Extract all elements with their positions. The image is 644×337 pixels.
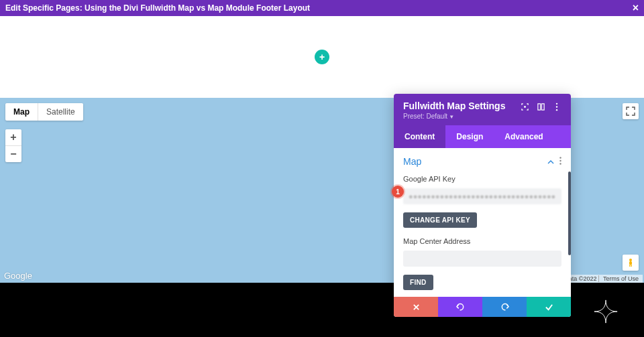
map-center-label: Map Center Address xyxy=(394,234,571,248)
find-button[interactable]: FIND xyxy=(403,275,433,290)
map-center-input[interactable] xyxy=(403,251,561,267)
scrollbar-thumb[interactable] xyxy=(568,172,571,255)
responsive-preview-button[interactable] xyxy=(520,102,529,111)
section-menu-button[interactable] xyxy=(559,157,561,167)
fullscreen-button[interactable] xyxy=(623,103,639,119)
redo-button[interactable] xyxy=(482,297,527,317)
map-type-map-tab[interactable]: Map xyxy=(5,103,38,121)
svg-rect-1 xyxy=(629,261,632,265)
sparkle-icon xyxy=(593,299,619,324)
pegman-icon xyxy=(626,258,635,267)
section-header-map[interactable]: Map xyxy=(394,148,571,172)
callout-badge-1: 1 xyxy=(392,186,404,198)
pegman-button[interactable] xyxy=(623,255,639,271)
panel-header[interactable]: Fullwidth Map Settings Preset: Default▼ xyxy=(394,94,571,125)
panel-tabs: Content Design Advanced xyxy=(394,125,571,148)
zoom-out-button[interactable]: − xyxy=(5,146,21,162)
svg-point-9 xyxy=(556,109,557,110)
tab-advanced[interactable]: Advanced xyxy=(494,125,553,148)
svg-point-7 xyxy=(556,103,557,104)
redo-icon xyxy=(500,303,509,312)
api-key-label: Google API Key xyxy=(394,172,571,186)
svg-point-4 xyxy=(524,106,526,108)
change-api-key-button[interactable]: CHANGE API KEY xyxy=(403,212,477,228)
undo-button[interactable] xyxy=(438,297,482,317)
builder-canvas-top: + xyxy=(0,16,644,98)
svg-rect-2 xyxy=(629,265,630,267)
svg-rect-3 xyxy=(631,265,632,267)
columns-toggle-button[interactable] xyxy=(536,102,545,111)
undo-icon xyxy=(456,303,465,312)
module-settings-panel: Fullwidth Map Settings Preset: Default▼ … xyxy=(394,94,571,317)
panel-footer xyxy=(394,297,571,317)
collapse-section-button[interactable] xyxy=(547,157,554,166)
save-button[interactable] xyxy=(527,297,571,317)
page-title: Edit Specific Pages: Using the Divi Full… xyxy=(5,3,310,13)
map-type-satellite-tab[interactable]: Satellite xyxy=(38,103,83,121)
panel-body: Map Google API Key CHANGE API KEY Map Ce… xyxy=(394,148,571,297)
zoom-control: + − xyxy=(5,129,21,162)
svg-point-8 xyxy=(556,106,557,107)
tab-content[interactable]: Content xyxy=(394,125,445,148)
fullscreen-icon xyxy=(626,107,635,116)
svg-rect-6 xyxy=(541,103,544,109)
api-key-input[interactable] xyxy=(403,188,561,204)
panel-title: Fullwidth Map Settings xyxy=(403,100,505,111)
svg-point-0 xyxy=(629,259,632,261)
svg-point-10 xyxy=(559,157,561,158)
close-editor-button[interactable]: × xyxy=(633,3,639,13)
section-title: Map xyxy=(403,156,421,167)
panel-header-tools xyxy=(520,102,561,111)
panel-menu-button[interactable] xyxy=(552,102,561,111)
editor-top-bar: Edit Specific Pages: Using the Divi Full… xyxy=(0,0,644,16)
add-section-button[interactable]: + xyxy=(315,50,329,64)
terms-link[interactable]: Terms of Use xyxy=(601,275,641,282)
zoom-in-button[interactable]: + xyxy=(5,129,21,145)
preset-dropdown[interactable]: Preset: Default▼ xyxy=(403,113,505,120)
svg-point-12 xyxy=(559,163,561,164)
google-watermark: Google xyxy=(4,271,32,281)
svg-rect-5 xyxy=(537,103,540,109)
check-icon xyxy=(545,303,553,312)
close-icon xyxy=(413,304,420,311)
cancel-button[interactable] xyxy=(394,297,438,317)
svg-point-11 xyxy=(559,159,561,161)
tab-design[interactable]: Design xyxy=(445,125,494,148)
map-type-control: Map Satellite xyxy=(5,103,83,121)
